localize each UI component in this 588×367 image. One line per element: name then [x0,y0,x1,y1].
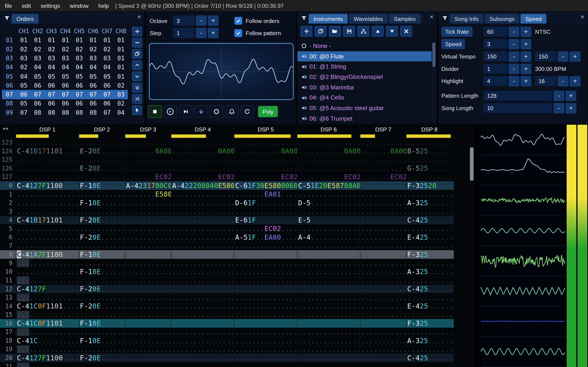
pattern-cell[interactable]: ............... [171,250,234,259]
channel-header[interactable]: DSP 7 [360,125,406,138]
order-cell[interactable]: 06 [31,100,44,107]
order-cell[interactable]: 07 [72,91,86,98]
pattern-cell[interactable]: F-20E...... [79,353,125,362]
move-order-up-button[interactable] [132,60,142,70]
move-order-down-button[interactable] [132,72,142,81]
pattern-cell[interactable]: C-51E20E58780A0 [297,181,360,190]
pattern-row[interactable]: 13......................................… [0,293,454,302]
order-cell[interactable]: 06 [86,100,100,107]
pattern-cell[interactable]: ............... [16,164,79,173]
pattern-cell[interactable]: ............... [234,164,297,173]
highlight-first-decrease-button[interactable]: - [509,76,519,86]
order-cell[interactable]: 05 [17,100,31,107]
pattern-cell[interactable]: ........... [79,190,125,199]
order-row[interactable]: 070607070707070703 [2,90,128,99]
instrument-item[interactable]: 02: @2 Blingy/Glockenspiel [297,72,432,82]
channel-header[interactable]: DSP 3 [125,125,171,138]
pattern-cell[interactable]: F-10E...... [79,181,125,190]
pattern-cell[interactable]: ........... [360,267,406,276]
pattern-cell[interactable]: ............... [16,242,79,250]
pattern-cell[interactable]: ............... [234,250,297,259]
duplicate-order-button[interactable] [132,49,142,59]
tick-rate-decrease-button[interactable]: - [509,26,519,37]
pattern-cell[interactable]: ........... [79,259,125,267]
pattern-cell[interactable]: ........... [79,328,125,336]
pattern-cell[interactable]: ............... [16,233,79,242]
pattern-cell[interactable]: ........... [79,173,125,181]
order-cell[interactable]: 02 [72,46,86,53]
order-cell[interactable]: 05 [17,82,31,89]
order-cell[interactable]: 05 [31,73,44,80]
pattern-cell[interactable]: ........... [125,250,171,259]
move-instrument-up-button[interactable] [372,26,384,37]
window-menu-icon[interactable] [2,14,11,22]
order-cell[interactable]: 06 [44,82,58,89]
pattern-cell[interactable]: ........... [360,336,406,345]
pattern-cell[interactable]: ............... [234,293,297,302]
pattern-cell[interactable]: ............... [297,138,360,147]
order-row[interactable]: 020202020202020201 [2,45,128,54]
order-row[interactable]: 080506060606060602 [2,99,128,108]
pattern-row[interactable]: 11......................................… [0,276,454,285]
pattern-cell[interactable]: ............... [297,328,360,336]
pattern-cell[interactable]: ........... [406,345,452,354]
pattern-row[interactable]: 6...............F-20E...................… [0,233,454,242]
pattern-cell[interactable]: ........... [79,293,125,302]
duplicate-instrument-button[interactable] [315,26,327,37]
octave-increase-button[interactable]: + [208,15,218,26]
pattern-cell[interactable]: ........... [79,207,125,216]
order-edit-mode-button[interactable] [132,105,142,115]
pattern-row[interactable]: 17......................................… [0,328,454,336]
pattern-cell[interactable]: ........... [360,242,406,250]
add-instrument-button[interactable] [300,26,312,37]
pattern-cell[interactable]: ........... [406,156,452,164]
tab-samples[interactable]: Samples [389,14,421,23]
window-menu-icon[interactable] [300,14,308,22]
pattern-cell[interactable]: ........... [406,207,452,216]
order-cell[interactable]: 07 [17,109,31,116]
tick-rate-button[interactable]: Tick Rate [441,27,473,37]
order-cell[interactable]: 06 [100,100,114,107]
pattern-row[interactable]: 19......................................… [0,345,454,354]
pattern-cell[interactable]: ........... [360,345,406,354]
tab-instruments[interactable]: Instruments [309,14,348,23]
order-cell[interactable]: 01 [100,37,114,44]
pattern-cell[interactable]: ........... [360,207,406,216]
pattern-cell[interactable]: ........... [125,310,171,319]
pattern-cell[interactable]: ............... [234,267,297,276]
order-cell[interactable]: 08 [44,109,58,116]
divider-decrease-button[interactable]: - [509,64,519,74]
pattern-cell[interactable]: ............... [171,190,234,199]
pattern-cell[interactable]: ........... [360,138,406,147]
order-cell[interactable]: 08 [31,109,44,116]
highlight-second-decrease-button[interactable]: - [558,76,569,86]
order-cell[interactable]: 01 [59,37,72,44]
pattern-row[interactable]: 14C-41C0F1101....F-20E..................… [0,302,454,311]
pattern-cell[interactable]: F-20E...... [79,216,125,224]
step-increase-button[interactable]: + [208,28,218,38]
pattern-row[interactable]: 9.......................................… [0,259,454,267]
menu-help[interactable]: help [94,2,114,9]
divider-input[interactable]: 1 [483,64,507,74]
order-cell[interactable]: 04 [31,64,44,71]
pattern-cell[interactable]: D-5............ [297,198,360,207]
pattern-cell[interactable]: ........... [360,259,406,267]
instrument-folder-view-button[interactable] [357,26,369,37]
virtual-tempo-increase-button[interactable]: + [520,51,531,62]
order-cell[interactable]: 03 [59,55,72,62]
pattern-cell[interactable]: F-20E...... [79,233,125,242]
order-cell[interactable]: 02 [100,46,114,53]
speed-increase-button[interactable]: + [520,39,531,49]
pattern-cell[interactable]: ........... [360,233,406,242]
pattern-cell[interactable]: ............... [297,336,360,345]
pattern-cell[interactable]: G-525...... [406,164,452,173]
pattern-cell[interactable]: .......EC02 [360,173,406,181]
pattern-cell[interactable]: ........... [406,138,452,147]
pattern-cell[interactable]: F-10E...... [79,336,125,345]
pattern-cell[interactable]: ............... [234,259,297,267]
order-cell[interactable]: 03 [31,55,44,62]
pattern-cell[interactable]: ........... [125,285,171,293]
channel-scope[interactable] [481,216,565,246]
pattern-cell[interactable]: ............... [234,242,297,250]
pattern-cell[interactable]: ............... [171,276,234,285]
